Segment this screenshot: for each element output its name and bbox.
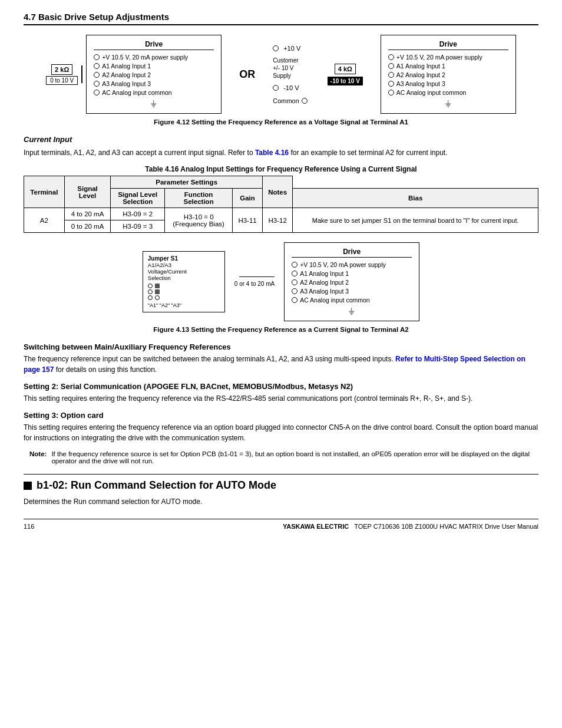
col-bias: Bias: [293, 189, 538, 208]
customer-label: Customer+/- 10 VSupply: [273, 57, 298, 80]
terminal-a1-left: A1 Analog Input 1: [94, 62, 214, 70]
jumper-box: Jumper S1 A1/A2/A3 Voltage/Current Selec…: [143, 251, 225, 312]
terminal-ac-fig13: AC Analog input common: [292, 297, 412, 304]
jumper-dots-row1: [148, 284, 220, 288]
jumper-dot-filled-1: [155, 284, 160, 288]
note-text: If the frequency reference source is set…: [51, 450, 538, 465]
cell-terminal-a2: A2: [24, 208, 65, 233]
middle-supply: +10 V Customer+/- 10 VSupply -10 V Commo…: [273, 45, 310, 104]
cell-signal-4to20: 4 to 20 mA: [64, 208, 111, 220]
footer-brand: YASKAWA ELECTRIC: [283, 523, 349, 530]
param-settings-header: Parameter Settings: [111, 176, 263, 189]
note-label: Note:: [29, 450, 47, 465]
note-row: Note: If the frequency reference source …: [24, 450, 538, 465]
switching-heading: Switching between Main/Auxiliary Frequen…: [24, 342, 538, 351]
current-input-body: Input terminals, A1, A2, and A3 can acce…: [24, 147, 538, 158]
drive-box-left: Drive +V 10.5 V, 20 mA power supply A1 A…: [86, 35, 222, 114]
jumper-bottom-labels: "A1" "A2" "A3": [148, 302, 220, 308]
jumper-dot-outline-4: [155, 295, 160, 300]
figure12-diagrams: 2 kΩ 0 to 10 V Drive +V 10.5 V, 20 mA po…: [24, 35, 538, 114]
terminal-plusv-right: +V 10.5 V, 20 mA power supply: [388, 54, 508, 61]
setting2-heading: Setting 2: Serial Communication (APOGEE …: [24, 382, 538, 391]
cell-signal-0to20: 0 to 20 mA: [64, 220, 111, 233]
cell-h309-2: H3-09 = 2: [111, 208, 165, 220]
drive-title-left: Drive: [94, 40, 214, 50]
or-label: OR: [239, 68, 255, 81]
footer-page: 116: [24, 523, 34, 530]
cell-h309-3: H3-09 = 3: [111, 220, 165, 233]
footer-bar: 116 YASKAWA ELECTRIC TOEP C710636 10B Z1…: [24, 519, 538, 530]
jumper-title: Jumper S1: [148, 255, 220, 262]
jumper-dot-outline-1: [148, 284, 153, 288]
current-input-heading: Current Input: [24, 135, 538, 144]
terminal-a2-left: A2 Analog Input 2: [94, 71, 214, 78]
resistor-label-mid: 4 kΩ: [335, 64, 356, 74]
setting3-heading: Setting 3: Option card: [24, 411, 538, 420]
terminal-a2-fig13: A2 Analog Input 2: [292, 279, 412, 286]
terminal-ac-right: AC Analog input common: [388, 89, 508, 96]
cell-h310: H3-10 = 0(Frequency Bias): [165, 208, 233, 233]
ground-right: ⏚: [388, 98, 508, 108]
jumper-sel: Selection: [148, 275, 220, 281]
b102-body: Determines the Run command selection for…: [24, 496, 538, 507]
current-input-text1: Input terminals, A1, A2, and A3 can acce…: [24, 149, 255, 157]
terminal-a3-fig13: A3 Analog Input 3: [292, 288, 412, 295]
minus10v-label: -10 V: [283, 84, 299, 91]
setting3-body: This setting requires entering the frequ…: [24, 422, 538, 443]
col-terminal: Terminal: [24, 176, 65, 208]
drive-box-fig13: Drive +V 10.5 V, 20 mA power supply A1 A…: [284, 242, 419, 321]
table-row-1: A2 4 to 20 mA H3-09 = 2 H3-10 = 0(Freque…: [24, 208, 538, 220]
switching-body: The frequency reference input can be swi…: [24, 354, 538, 375]
terminal-plusv-fig13: +V 10.5 V, 20 mA power supply: [292, 261, 412, 268]
figure13-container: Jumper S1 A1/A2/A3 Voltage/Current Selec…: [24, 242, 538, 321]
col-notes: Notes: [262, 176, 292, 208]
middle-resistor: 4 kΩ -10 to 10 V: [328, 64, 363, 85]
figure12-caption: Figure 4.12 Setting the Frequency Refere…: [24, 118, 538, 126]
jumper-dot-outline-2: [148, 289, 153, 294]
jumper-dots-row2: [148, 289, 220, 294]
terminal-a1-fig13: A1 Analog Input 1: [292, 270, 412, 277]
table416: Terminal SignalLevel Parameter Settings …: [24, 176, 538, 233]
voltage-badge-mid: -10 to 10 V: [328, 77, 363, 85]
drive-title-right: Drive: [388, 40, 508, 50]
col-function-sel: FunctionSelection: [165, 189, 233, 208]
jumper-a1a2a3: A1/A2/A3: [148, 262, 220, 268]
jumper-dot-outline-3: [148, 295, 153, 300]
voltage-label-left: 0 to 10 V: [46, 76, 78, 85]
jumper-dots-row3: [148, 295, 220, 300]
terminal-a3-left: A3 Analog Input 3: [94, 80, 214, 87]
col-signal-level: SignalLevel: [64, 176, 111, 208]
resistor-label-left: 2 kΩ: [51, 64, 72, 75]
jumper-vcsel: Voltage/Current: [148, 268, 220, 275]
current-input-text2: for an example to set terminal A2 for cu…: [289, 149, 447, 157]
cell-h311: H3-11: [233, 208, 263, 233]
section-title: 4.7 Basic Drive Setup Adjustments: [24, 12, 538, 25]
connection-area: 0 or 4 to 20 mA: [234, 276, 275, 287]
square-bullet: [24, 482, 32, 490]
terminal-a3-right: A3 Analog Input 3: [388, 80, 508, 87]
table416-caption: Table 4.16 Analog Input Settings for Fre…: [24, 165, 538, 173]
b102-heading: b1-02: Run Command Selection for AUTO Mo…: [24, 474, 538, 492]
figure13-caption: Figure 4.13 Setting the Frequency Refere…: [24, 326, 538, 333]
ground-left: ⏚: [94, 98, 214, 108]
cell-notes: Make sure to set jumper S1 on the termin…: [293, 208, 538, 233]
left-diagram: 2 kΩ 0 to 10 V Drive +V 10.5 V, 20 mA po…: [46, 35, 222, 114]
switching-text2: for details on using this function.: [54, 365, 157, 374]
line-h: [239, 276, 275, 277]
cell-h312: H3-12: [262, 208, 292, 233]
plus10v-label: +10 V: [283, 45, 300, 52]
figure13-inner: Jumper S1 A1/A2/A3 Voltage/Current Selec…: [143, 242, 419, 321]
terminal-a2-right: A2 Analog Input 2: [388, 71, 508, 78]
col-gain: Gain: [233, 189, 263, 208]
signal-label: 0 or 4 to 20 mA: [234, 281, 275, 287]
setting2-body: This setting requires entering the frequ…: [24, 393, 538, 404]
jumper-dot-filled-2: [155, 289, 160, 294]
terminal-ac-left: AC Analog input common: [94, 89, 214, 96]
common-label: Common: [273, 97, 299, 104]
b102-title: b1-02: Run Command Selection for AUTO Mo…: [37, 479, 276, 492]
drive-box-right: Drive +V 10.5 V, 20 mA power supply A1 A…: [381, 35, 516, 114]
table416-link[interactable]: Table 4.16: [255, 149, 289, 157]
terminal-a1-right: A1 Analog Input 1: [388, 62, 508, 70]
drive-title-fig13: Drive: [292, 248, 412, 258]
ground-fig13: ⏚: [292, 305, 412, 316]
